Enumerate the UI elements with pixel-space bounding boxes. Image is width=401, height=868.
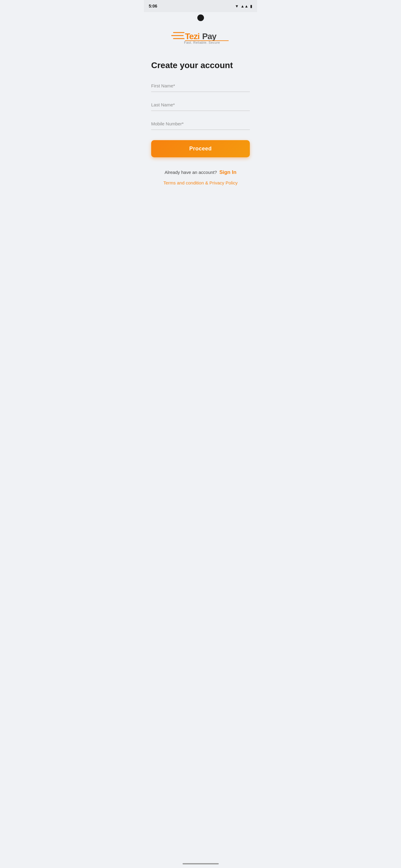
last-name-input[interactable] xyxy=(151,99,250,111)
wifi-icon: ▼ xyxy=(235,4,239,8)
signin-link[interactable]: Sign In xyxy=(219,169,236,176)
main-content: Tezi Pay Fast. Reliable. Secure Create y… xyxy=(144,12,257,197)
svg-rect-6 xyxy=(185,40,229,41)
logo: Tezi Pay Fast. Reliable. Secure xyxy=(168,24,234,48)
status-icons: ▼ ▲▲ ▮ xyxy=(235,4,252,8)
svg-text:Pay: Pay xyxy=(202,32,217,41)
battery-icon: ▮ xyxy=(250,4,252,8)
signin-row: Already have an account? Sign In xyxy=(165,169,236,176)
first-name-input[interactable] xyxy=(151,80,250,92)
logo-container: Tezi Pay Fast. Reliable. Secure xyxy=(151,24,250,48)
status-time: 5:06 xyxy=(149,4,157,8)
already-text: Already have an account? xyxy=(165,170,217,175)
svg-text:Tezi: Tezi xyxy=(185,32,199,41)
status-bar: 5:06 ▼ ▲▲ ▮ xyxy=(144,0,257,12)
camera-notch xyxy=(197,14,204,21)
signal-icon: ▲▲ xyxy=(240,4,248,8)
mobile-number-group xyxy=(151,118,250,130)
terms-link[interactable]: Terms and condition & Privacy Policy xyxy=(164,180,238,185)
svg-text:Fast. Reliable. Secure: Fast. Reliable. Secure xyxy=(184,41,220,44)
mobile-number-input[interactable] xyxy=(151,118,250,130)
bottom-section: Already have an account? Sign In Terms a… xyxy=(151,169,250,185)
last-name-group xyxy=(151,99,250,111)
first-name-group xyxy=(151,80,250,92)
proceed-button[interactable]: Proceed xyxy=(151,140,250,157)
page-title: Create your account xyxy=(151,60,250,70)
